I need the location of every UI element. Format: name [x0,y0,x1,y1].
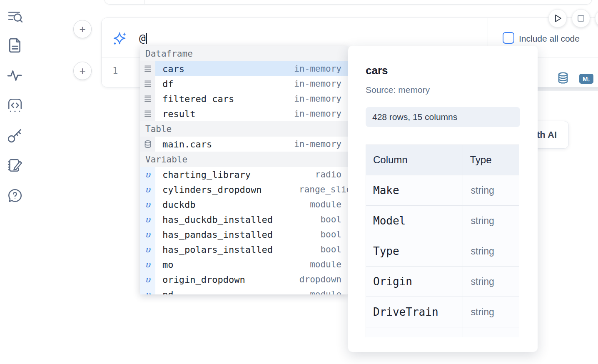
autocomplete-item[interactable]: υhas_polars_installedbool [140,242,348,257]
autocomplete-item-detail: in-memory [294,139,348,149]
schema-row: Originstring [366,267,519,297]
run-cell-button[interactable] [548,9,567,27]
variable-icon-gutter: υ [140,272,155,287]
code-snippet-icon[interactable] [7,97,23,113]
variable-icon: υ [145,199,150,209]
autocomplete-item-name: charting_library [155,170,251,180]
scratchpad-icon[interactable] [7,157,23,173]
toc-search-icon[interactable] [7,8,23,24]
previous-cell [104,0,592,5]
autocomplete-item-name: df [155,79,174,89]
schema-column-name: Type [366,236,463,267]
autocomplete-item[interactable]: υmomodule [140,257,348,272]
schema-column-type: string [463,206,519,236]
autocomplete-item[interactable]: υduckdbmodule [140,197,348,212]
autocomplete-item[interactable]: υcharting_libraryradio [140,167,348,182]
document-icon[interactable] [7,37,23,53]
autocomplete-item[interactable]: υhas_duckdb_installedbool [140,212,348,227]
variable-icon: υ [145,274,150,284]
autocomplete-item-name: duckdb [155,199,195,210]
autocomplete-item-detail: bool [320,214,348,224]
autocomplete-item[interactable]: υcylinders_dropdownrange_slider [140,182,348,197]
add-cell-button-bottom[interactable]: + [73,62,92,80]
autocomplete-item-detail: in-memory [294,94,348,104]
variable-icon-gutter: υ [140,242,155,257]
schema-column-type: string [463,297,519,327]
schema-column-name: DriveTrain [366,297,463,327]
dataframe-icon [144,95,152,103]
variable-icon-gutter: υ [140,287,155,294]
schema-column-name: Model [366,206,463,236]
line-number: 1 [112,65,118,76]
previous-cell-divider [144,0,145,4]
variable-icon-gutter: υ [140,182,155,197]
autocomplete-item-detail: module [310,199,348,209]
autocomplete-section-header: Dataframe [140,46,348,61]
autocomplete-item[interactable]: υorigin_dropdowndropdown [140,272,348,287]
preview-source: Source: memory [366,85,430,95]
autocomplete-item-detail: module [310,289,348,294]
notebook-app: + + @ Include all code 1 M↓ [0,0,598,364]
key-icon[interactable] [7,127,23,143]
sparkles-ai-icon [112,32,127,46]
autocomplete-item-detail: range_slider [299,184,348,194]
autocomplete-item[interactable]: resultin-memory [140,106,348,121]
autocomplete-item-name: has_duckdb_installed [155,214,273,225]
stop-icon [578,15,584,21]
schema-row: Typestring [366,236,519,267]
dataframe-icon-gutter [140,61,155,76]
schema-row: Makestring [366,175,519,206]
autocomplete-item[interactable]: carsin-memory [140,61,348,76]
autocomplete-item[interactable]: υhas_pandas_installedbool [140,227,348,242]
autocomplete-item-name: filtered_cars [155,94,234,104]
variable-icon: υ [145,259,150,269]
preview-shape-badge: 428 rows, 15 columns [366,107,520,127]
text-cursor [146,33,147,44]
schema-header-type: Type [463,145,519,175]
variable-icon-gutter: υ [140,212,155,227]
autocomplete-item[interactable]: main.carsin-memory [140,137,348,152]
dataframe-icon [144,65,152,73]
help-chat-icon[interactable] [7,187,23,203]
autocomplete-section-header: Variable [140,152,348,167]
autocomplete-item-detail: radio [315,170,348,180]
markdown-icon[interactable]: M↓ [579,74,593,84]
autocomplete-item-name: has_pandas_installed [155,229,273,240]
include-all-code-checkbox[interactable] [503,32,514,44]
variable-icon: υ [145,184,150,194]
dataframe-preview-panel: cars Source: memory 428 rows, 15 columns… [348,46,538,352]
autocomplete-section-header: Table [140,121,348,137]
autocomplete-item-name: mo [155,259,174,270]
schema-column-name: Make [366,175,463,206]
schema-column-type: string [463,175,519,206]
include-all-code-label: Include all code [519,34,580,44]
dataframe-icon-gutter [140,91,155,106]
schema-column-type: string [463,267,519,297]
database-icon[interactable] [557,72,569,84]
schema-column-type: string [463,236,519,267]
variable-icon-gutter: υ [140,227,155,242]
autocomplete-dropdown: Dataframecarsin-memorydfin-memoryfiltere… [140,46,348,294]
variable-icon: υ [145,170,150,180]
activity-icon[interactable] [7,67,23,83]
stop-button[interactable] [572,9,590,27]
preview-title: cars [366,64,388,77]
autocomplete-item[interactable]: υpdmodule [140,287,348,294]
dataframe-icon-gutter [140,106,155,121]
add-cell-button-top[interactable]: + [73,20,92,38]
autocomplete-item[interactable]: dfin-memory [140,76,348,91]
schema-column-name [366,327,463,338]
variable-icon: υ [145,244,150,254]
autocomplete-item-name: main.cars [155,139,212,150]
autocomplete-item[interactable]: filtered_carsin-memory [140,91,348,106]
variable-icon-gutter: υ [140,257,155,272]
table-db-icon [144,140,152,148]
run-icon [556,15,561,22]
autocomplete-item-name: pd [155,289,174,295]
autocomplete-item-name: origin_dropdown [155,274,245,285]
variable-icon: υ [145,214,150,224]
dataframe-icon-gutter [140,76,155,91]
schema-row: Modelstring [366,206,519,236]
ai-prompt-input[interactable]: @ [139,32,147,45]
autocomplete-item-name: has_polars_installed [155,244,273,255]
